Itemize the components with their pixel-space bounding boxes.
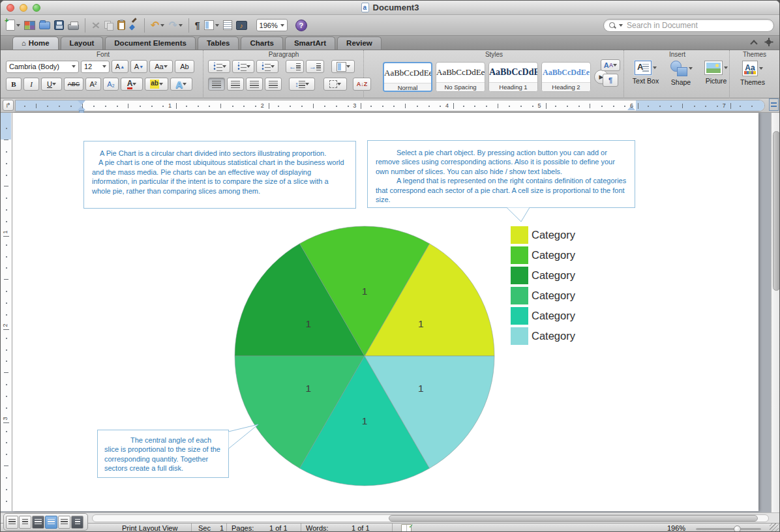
search-box[interactable]	[603, 19, 774, 32]
spellcheck-book-icon[interactable]	[401, 524, 412, 532]
style-chip-no-spacing[interactable]: AaBbCcDdEeNo Spacing	[436, 62, 485, 92]
vertical-scrollbar-thumb[interactable]	[773, 131, 780, 291]
gear-icon[interactable]	[764, 38, 773, 46]
home-icon: ⌂	[22, 39, 26, 47]
elements-gallery-button[interactable]	[24, 18, 35, 33]
shrink-font-button[interactable]: A▼	[130, 60, 147, 73]
align-center-button[interactable]	[227, 78, 244, 91]
new-document-button[interactable]	[6, 18, 20, 33]
search-scope-chevron-icon[interactable]	[619, 24, 623, 27]
multilevel-list-button[interactable]	[256, 60, 278, 73]
callout-pie-definition[interactable]: A Pie Chart is a circular chart divided …	[83, 141, 356, 209]
decrease-indent-button[interactable]: ←	[286, 60, 304, 73]
legend-item[interactable]: Category	[511, 246, 575, 264]
zoom-combo[interactable]: 196%	[256, 19, 288, 31]
tab-charts[interactable]: Charts	[241, 37, 282, 50]
tab-stop-selector[interactable]: ↱	[3, 100, 14, 111]
borders-button[interactable]	[323, 78, 347, 91]
subscript-button[interactable]: A₂	[103, 78, 119, 91]
cut-button[interactable]	[91, 18, 100, 33]
justify-button[interactable]	[265, 78, 282, 91]
columns-button[interactable]	[331, 60, 355, 73]
v-ruler[interactable]: 123	[1, 113, 12, 511]
copy-button[interactable]	[104, 18, 113, 33]
vertical-scrollbar[interactable]	[771, 113, 780, 512]
tab-tables[interactable]: Tables	[198, 37, 239, 50]
show-formatting-marks-button[interactable]: ¶	[195, 18, 200, 33]
ruler-number: 1	[2, 230, 8, 233]
open-button[interactable]	[39, 18, 50, 33]
font-size-combo[interactable]: 12	[81, 61, 110, 73]
horizontal-scrollbar[interactable]	[1, 512, 779, 523]
tab-layout[interactable]: Layout	[61, 37, 104, 50]
underline-button[interactable]: U	[41, 78, 62, 91]
split-window-handle[interactable]	[769, 98, 779, 111]
text-effects-button[interactable]: A	[170, 78, 192, 91]
callout-central-angle[interactable]: The central angle of each slice is propo…	[97, 430, 229, 478]
change-styles-button[interactable]: AA	[601, 59, 620, 71]
insert-text-box-button[interactable]: Text Box	[629, 61, 662, 85]
save-button[interactable]	[54, 18, 64, 33]
redo-button[interactable]: ↷	[168, 18, 182, 33]
format-painter-button[interactable]	[129, 18, 138, 33]
document-page[interactable]: A Pie Chart is a circular chart divided …	[12, 113, 758, 511]
help-button[interactable]: ?	[295, 20, 307, 31]
notebook-layout-view-button[interactable]	[58, 516, 70, 529]
tab-document-elements[interactable]: Document Elements	[105, 37, 196, 50]
legend-item[interactable]: Category	[511, 287, 575, 304]
media-browser-button[interactable]: ♪	[236, 18, 247, 33]
themes-button[interactable]: Aa Themes	[736, 61, 769, 86]
numbering-button[interactable]	[232, 60, 254, 73]
draft-view-button[interactable]	[6, 516, 18, 529]
insert-shape-button[interactable]: Shape	[665, 61, 697, 86]
align-right-button[interactable]	[246, 78, 263, 91]
clear-formatting-button[interactable]: Ab	[175, 60, 194, 73]
style-chip-normal[interactable]: AaBbCcDdEeNormal	[383, 62, 432, 92]
show-document-button[interactable]	[223, 18, 232, 33]
style-chip-heading2[interactable]: AaBbCcDdEeHeading 2	[541, 62, 591, 92]
ruler-dot	[428, 106, 430, 107]
h-ruler[interactable]: 1234567	[15, 100, 765, 111]
legend-label: Category	[532, 269, 575, 282]
align-left-button[interactable]	[208, 78, 225, 91]
bold-button[interactable]: B	[6, 78, 22, 91]
grow-font-button[interactable]: A▲	[112, 60, 128, 73]
view-layout-button[interactable]	[204, 18, 219, 33]
outline-view-button[interactable]	[19, 516, 31, 529]
bullets-button[interactable]	[208, 60, 230, 73]
italic-button[interactable]: I	[23, 78, 39, 91]
zoom-slider[interactable]	[696, 528, 761, 530]
undo-button[interactable]: ↶	[151, 18, 164, 33]
gallery-icon	[24, 21, 35, 30]
full-screen-view-button[interactable]	[71, 516, 83, 529]
superscript-button[interactable]: A²	[85, 78, 101, 91]
search-input[interactable]	[625, 20, 768, 31]
undo-icon: ↶	[151, 20, 159, 31]
legend-item[interactable]: Category	[511, 267, 575, 284]
horizontal-scrollbar-thumb[interactable]	[389, 515, 758, 522]
publishing-layout-view-button[interactable]	[32, 516, 44, 529]
font-family-combo[interactable]: Cambria (Body)	[6, 61, 79, 73]
zoom-slider-knob[interactable]	[734, 525, 741, 532]
print-button[interactable]	[68, 18, 79, 33]
legend-item[interactable]: Category	[511, 327, 575, 345]
change-case-button[interactable]: Aa	[149, 60, 173, 73]
insert-picture-button[interactable]: Picture	[700, 61, 732, 85]
resize-grip[interactable]	[770, 523, 779, 532]
legend-item[interactable]: Category	[511, 226, 575, 244]
highlight-button[interactable]: ab	[145, 78, 168, 91]
line-spacing-button[interactable]: ↕	[289, 78, 315, 91]
tab-review[interactable]: Review	[337, 37, 382, 50]
callout-action-instructions[interactable]: Select a pie chart object. By pressing a…	[367, 140, 635, 208]
font-color-button[interactable]: A	[121, 78, 143, 91]
increase-indent-button[interactable]: →	[306, 60, 324, 73]
tab-home[interactable]: ⌂Home	[12, 37, 59, 50]
paste-button[interactable]	[117, 18, 125, 33]
style-chip-heading1[interactable]: AaBbCcDdEeHeading 1	[488, 62, 538, 92]
print-layout-view-button[interactable]	[45, 516, 57, 529]
legend-item[interactable]: Category	[511, 307, 575, 325]
collapse-ribbon-chevron-icon[interactable]	[750, 40, 757, 47]
tab-smartart[interactable]: SmartArt	[285, 37, 335, 50]
manage-styles-button[interactable]: ¶	[603, 74, 618, 87]
strikethrough-button[interactable]: ABC	[64, 78, 83, 91]
